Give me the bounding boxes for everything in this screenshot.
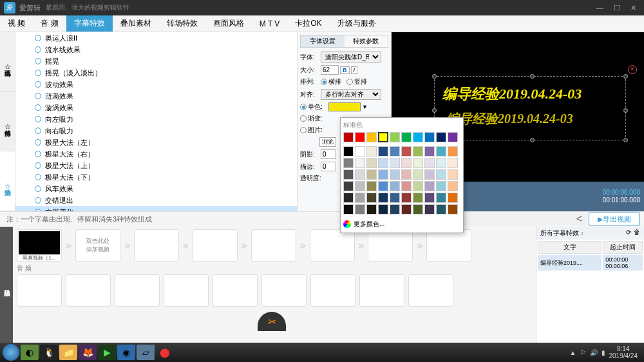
menu-tab[interactable]: 升级与服务 <box>330 15 384 32</box>
color-swatch[interactable] <box>390 158 400 168</box>
color-swatch[interactable] <box>343 204 354 214</box>
color-swatch[interactable] <box>378 158 388 168</box>
color-swatch[interactable] <box>343 146 354 157</box>
color-swatch[interactable] <box>328 102 361 111</box>
network-icon[interactable]: ▮ <box>601 349 605 356</box>
start-button[interactable] <box>3 344 19 361</box>
menu-tab[interactable]: 卡拉OK <box>287 15 329 32</box>
side-tab[interactable]: ☆出现特效 <box>0 32 15 92</box>
empty-slot[interactable] <box>193 229 238 262</box>
align-select[interactable]: 多行时左对齐 <box>321 89 381 100</box>
color-swatch[interactable] <box>401 146 412 157</box>
effect-item[interactable]: 交错退出 <box>15 195 297 206</box>
clock-time[interactable]: 8:14 <box>609 345 638 352</box>
color-swatch[interactable] <box>355 146 365 157</box>
audio-slot[interactable] <box>310 274 355 307</box>
subtitle-line-1[interactable]: 编导经验2019.04.24-03 <box>442 84 582 104</box>
side-tab[interactable]: ☆停留特效 <box>0 92 15 152</box>
taskbar-icon[interactable]: 🐧 <box>40 345 58 360</box>
menu-tab[interactable]: 画面风格 <box>205 15 252 32</box>
color-swatch[interactable] <box>343 193 354 203</box>
audio-slot[interactable] <box>115 274 160 307</box>
color-swatch[interactable] <box>448 146 458 157</box>
color-swatch[interactable] <box>378 169 388 180</box>
color-swatch[interactable] <box>424 193 435 203</box>
solid-color-radio[interactable] <box>300 104 307 110</box>
effect-item[interactable]: 流水线效果 <box>15 44 297 55</box>
shadow-input[interactable] <box>321 149 336 159</box>
empty-slot[interactable] <box>426 229 471 262</box>
menu-tab[interactable]: 音 频 <box>33 15 66 32</box>
effect-item[interactable]: 漩涡效果 <box>15 102 297 113</box>
italic-button[interactable]: I <box>351 66 358 74</box>
effect-item[interactable]: 极星大法（上） <box>15 160 297 171</box>
color-swatch[interactable] <box>448 169 458 180</box>
effect-item[interactable]: 摇晃 <box>15 55 297 67</box>
side-tab[interactable]: ☆消失特效 <box>0 151 15 211</box>
color-swatch[interactable] <box>366 193 377 203</box>
empty-slot[interactable] <box>310 229 355 262</box>
effect-list[interactable]: 奥运人浪II流水线效果摇晃摇晃（淡入淡出）波动效果涟漪效果漩涡效果向左吸力向右吸… <box>15 32 298 211</box>
image-radio[interactable] <box>300 127 307 133</box>
audio-slot[interactable] <box>213 274 258 307</box>
color-swatch[interactable] <box>448 158 458 168</box>
add-video-slot[interactable]: 双击此处添加视频 <box>75 229 120 262</box>
export-video-button[interactable]: ▶ 导出视频 <box>589 213 640 225</box>
effect-item[interactable]: 极星大法（左） <box>15 137 297 148</box>
cut-button[interactable]: ✂ <box>258 312 286 331</box>
color-swatch[interactable] <box>413 132 423 142</box>
taskbar-icon[interactable]: 📁 <box>59 345 77 360</box>
effect-item[interactable]: 方形变化 <box>15 206 297 211</box>
effect-item[interactable]: 摇晃（淡入淡出） <box>15 67 297 79</box>
color-swatch[interactable] <box>390 146 400 157</box>
color-swatch[interactable] <box>366 132 377 142</box>
color-swatch[interactable] <box>436 158 446 168</box>
color-swatch[interactable] <box>366 181 377 191</box>
color-swatch[interactable] <box>343 181 354 191</box>
delete-icon[interactable]: 🗑 <box>634 229 640 238</box>
close-button[interactable]: ✕ <box>628 4 639 12</box>
color-swatch[interactable] <box>390 181 400 191</box>
effect-item[interactable]: 极星大法（右） <box>15 148 297 160</box>
video-clip-thumb[interactable]: 黑幕视频（1... <box>17 229 62 262</box>
taskbar-icon[interactable]: 🦊 <box>79 345 97 360</box>
color-swatch[interactable] <box>413 146 423 157</box>
color-swatch[interactable] <box>390 169 400 180</box>
color-swatch[interactable] <box>424 204 435 214</box>
bold-button[interactable]: B <box>340 66 350 74</box>
color-swatch[interactable] <box>378 204 388 214</box>
effect-item[interactable]: 极星大法（下） <box>15 171 297 183</box>
more-colors-button[interactable]: 更多颜色... <box>343 218 460 230</box>
color-swatch[interactable] <box>436 204 446 214</box>
audio-slot[interactable] <box>66 274 111 307</box>
color-swatch[interactable] <box>366 204 377 214</box>
effect-item[interactable]: 向右吸力 <box>15 125 297 137</box>
stroke-input[interactable] <box>321 162 336 171</box>
color-swatch[interactable] <box>413 169 423 180</box>
color-swatch[interactable] <box>448 204 458 214</box>
color-swatch[interactable] <box>436 169 446 180</box>
taskbar-icon[interactable]: ◉ <box>117 345 135 360</box>
browse-button[interactable]: 浏览 <box>319 137 336 147</box>
color-swatch[interactable] <box>378 181 388 191</box>
audio-slot[interactable] <box>408 274 453 307</box>
color-swatch[interactable] <box>343 132 354 142</box>
menu-tab[interactable]: 叠加素材 <box>113 15 159 32</box>
audio-slot[interactable] <box>261 274 307 307</box>
effect-item[interactable]: 奥运人浪II <box>15 32 297 44</box>
color-swatch[interactable] <box>424 132 435 142</box>
color-swatch[interactable] <box>413 158 423 168</box>
volume-icon[interactable]: 🔊 <box>590 349 598 356</box>
clock-date[interactable]: 2019/4/24 <box>609 352 638 359</box>
maximize-button[interactable]: ☐ <box>611 4 623 12</box>
color-swatch[interactable] <box>378 146 388 157</box>
gradient-radio[interactable] <box>300 115 307 122</box>
subtitle-row[interactable]: 编导经验2019....00:00:0000:00:06 <box>538 255 643 271</box>
audio-slot[interactable] <box>359 274 404 307</box>
color-swatch[interactable] <box>366 158 377 168</box>
menu-tab[interactable]: M T V <box>252 17 288 31</box>
color-swatch[interactable] <box>355 204 365 214</box>
color-swatch[interactable] <box>366 146 377 157</box>
color-swatch[interactable] <box>378 132 388 142</box>
color-swatch[interactable] <box>401 169 412 180</box>
